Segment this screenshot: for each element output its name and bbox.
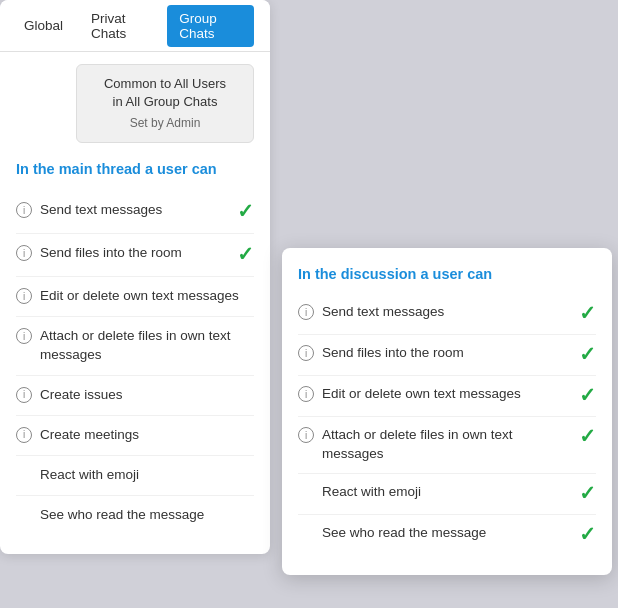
main-panel: Global Privat Chats Group Chats Common t… [0, 0, 270, 554]
check-icon: ✓ [579, 383, 596, 407]
info-icon: i [16, 328, 32, 344]
info-icon: i [16, 387, 32, 403]
discussion-section-heading: In the discussion a user can [298, 266, 596, 282]
panel-content: Common to All Users in All Group Chats S… [0, 52, 270, 554]
common-header: Common to All Users in All Group Chats S… [76, 64, 254, 143]
common-header-title: Common to All Users in All Group Chats [91, 75, 239, 111]
info-icon: i [16, 427, 32, 443]
disc-row-react-emoji: React with emoji ✓ [298, 474, 596, 515]
disc-row-send-files: i Send files into the room ✓ [298, 335, 596, 376]
perm-label: Create meetings [40, 426, 254, 445]
info-icon: i [298, 345, 314, 361]
perm-label: See who read the message [16, 506, 254, 525]
perm-row-send-files: i Send files into the room ✓ [16, 234, 254, 277]
perm-label: Send files into the room [322, 344, 571, 363]
info-icon: i [16, 202, 32, 218]
tab-global[interactable]: Global [12, 12, 75, 39]
perm-label: Create issues [40, 386, 254, 405]
check-icon: ✓ [237, 242, 254, 266]
info-icon: i [298, 386, 314, 402]
perm-row-create-issues: i Create issues [16, 376, 254, 416]
perm-label: React with emoji [298, 483, 571, 502]
info-icon: i [298, 427, 314, 443]
check-icon: ✓ [579, 522, 596, 546]
common-header-subtitle: Set by Admin [91, 115, 239, 132]
perm-row-see-who-read: See who read the message [16, 496, 254, 535]
info-icon: i [16, 288, 32, 304]
check-icon: ✓ [579, 342, 596, 366]
perm-label: Edit or delete own text messages [322, 385, 571, 404]
perm-label: Attach or delete files in own text messa… [40, 327, 254, 365]
info-icon: i [16, 245, 32, 261]
disc-row-see-who-read: See who read the message ✓ [298, 515, 596, 555]
perm-label: Edit or delete own text messages [40, 287, 254, 306]
info-icon: i [298, 304, 314, 320]
disc-row-edit-delete: i Edit or delete own text messages ✓ [298, 376, 596, 417]
perm-label: Send files into the room [40, 244, 229, 263]
perm-label: Send text messages [40, 201, 229, 220]
perm-label: React with emoji [16, 466, 254, 485]
perm-row-send-text: i Send text messages ✓ [16, 191, 254, 234]
check-icon: ✓ [579, 301, 596, 325]
discussion-permissions-list: i Send text messages ✓ i Send files into… [298, 294, 596, 555]
main-permissions-list: i Send text messages ✓ i Send files into… [16, 191, 254, 534]
discussion-panel: In the discussion a user can i Send text… [282, 248, 612, 575]
perm-label: Attach or delete files in own text messa… [322, 426, 571, 464]
perm-label: See who read the message [298, 524, 571, 543]
check-icon: ✓ [579, 481, 596, 505]
perm-label: Send text messages [322, 303, 571, 322]
perm-row-edit-delete: i Edit or delete own text messages [16, 277, 254, 317]
perm-row-attach-files: i Attach or delete files in own text mes… [16, 317, 254, 376]
perm-row-react-emoji: React with emoji [16, 456, 254, 496]
tabs-bar: Global Privat Chats Group Chats [0, 0, 270, 52]
disc-row-send-text: i Send text messages ✓ [298, 294, 596, 335]
tab-group-chats[interactable]: Group Chats [167, 5, 254, 47]
disc-row-attach-files: i Attach or delete files in own text mes… [298, 417, 596, 474]
tab-private-chats[interactable]: Privat Chats [79, 5, 163, 47]
check-icon: ✓ [237, 199, 254, 223]
main-section-heading: In the main thread a user can [16, 161, 254, 177]
perm-row-create-meetings: i Create meetings [16, 416, 254, 456]
check-icon: ✓ [579, 424, 596, 448]
